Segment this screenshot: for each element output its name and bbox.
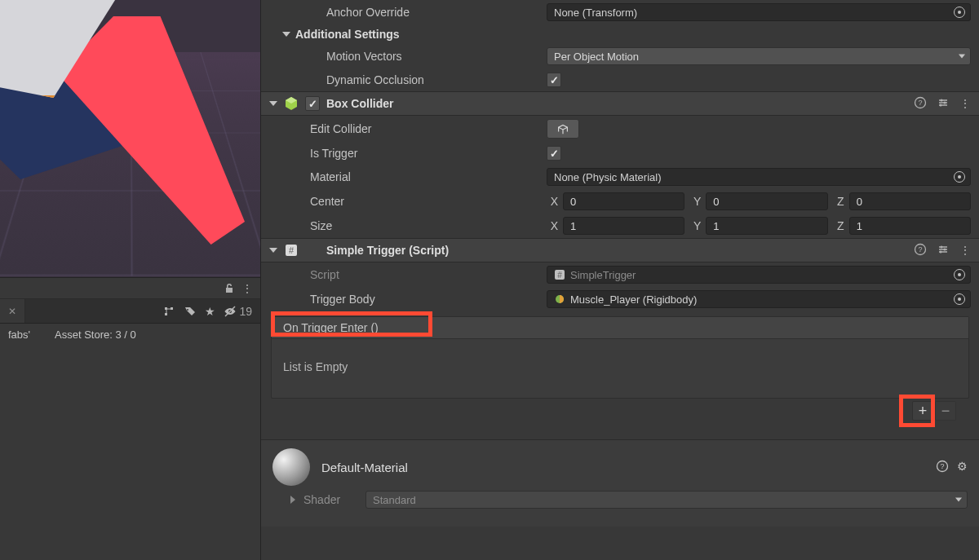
trigger-body-label: Trigger Body: [269, 293, 547, 306]
svg-text:#: #: [557, 271, 562, 280]
foldout-toggle-box-collider[interactable]: [269, 101, 277, 106]
chevron-down-icon: [955, 498, 962, 502]
filter-hierarchy-icon[interactable]: [162, 305, 175, 318]
context-menu-icon[interactable]: ⋮: [241, 282, 254, 295]
axis-z-label: Z: [833, 219, 844, 232]
script-field: # SimpleTrigger: [547, 266, 971, 284]
svg-text:?: ?: [940, 462, 944, 470]
unity-event-block: On Trigger Enter () List is Empty: [271, 316, 969, 399]
size-z-input[interactable]: [849, 217, 971, 235]
project-tab[interactable]: ✕: [0, 299, 25, 323]
svg-point-5: [944, 101, 946, 104]
size-x-input[interactable]: [563, 217, 684, 235]
gear-icon[interactable]: ⚙: [957, 460, 968, 475]
shader-label: Shader: [303, 493, 357, 506]
size-label: Size: [269, 219, 547, 232]
asset-store-status: Asset Store: 3 / 0: [55, 329, 136, 341]
axis-y-label: Y: [689, 195, 701, 208]
favorite-filter-icon[interactable]: ★: [205, 305, 215, 318]
svg-point-4: [941, 99, 943, 101]
axis-y-label: Y: [689, 219, 701, 232]
filter-label-icon[interactable]: [184, 305, 197, 318]
hidden-count[interactable]: 19: [224, 305, 252, 318]
box-collider-header[interactable]: Box Collider ? ⋮: [261, 91, 979, 116]
additional-settings-header[interactable]: Additional Settings: [295, 28, 400, 41]
dynamic-occlusion-checkbox[interactable]: [547, 73, 561, 87]
rigidbody-icon: [554, 293, 565, 305]
lock-open-icon[interactable]: [223, 282, 236, 295]
context-menu-icon[interactable]: ⋮: [959, 244, 971, 257]
is-trigger-label: Is Trigger: [269, 147, 547, 160]
script-icon: #: [284, 243, 299, 258]
foldout-toggle-material[interactable]: [290, 496, 295, 504]
center-label: Center: [269, 195, 547, 208]
scene-view[interactable]: [0, 0, 261, 277]
context-menu-icon[interactable]: ⋮: [959, 97, 971, 110]
svg-point-11: [941, 245, 943, 248]
close-tab-icon[interactable]: ✕: [8, 306, 16, 317]
anchor-override-label: Anchor Override: [269, 6, 547, 19]
material-name[interactable]: Default-Material: [321, 461, 408, 474]
box-collider-icon: [284, 96, 299, 111]
box-collider-enable-checkbox[interactable]: [305, 96, 320, 111]
object-picker-icon: [954, 269, 965, 280]
chevron-down-icon: [959, 55, 965, 59]
physic-material-label: Material: [269, 170, 547, 183]
axis-x-label: X: [547, 195, 558, 208]
object-picker-icon[interactable]: [954, 7, 965, 18]
foldout-toggle-simple-trigger[interactable]: [269, 248, 277, 253]
presets-icon[interactable]: [937, 96, 950, 112]
help-icon[interactable]: ?: [914, 96, 927, 112]
center-y-input[interactable]: [706, 192, 827, 210]
edit-collider-button[interactable]: [547, 119, 579, 139]
event-add-button[interactable]: +: [912, 401, 933, 421]
motion-vectors-dropdown[interactable]: Per Object Motion: [547, 47, 971, 65]
inspector-panel: Anchor Override None (Transform) Additio…: [261, 0, 979, 560]
shader-dropdown[interactable]: Standard: [365, 491, 968, 509]
svg-point-0: [187, 309, 188, 311]
unity-event-empty-text: List is Empty: [283, 360, 348, 373]
trigger-body-field[interactable]: Muscle_Player (Rigidbody): [547, 290, 971, 308]
svg-point-13: [940, 250, 942, 253]
size-y-input[interactable]: [706, 217, 827, 235]
svg-text:?: ?: [918, 99, 922, 107]
center-x-input[interactable]: [563, 192, 684, 210]
is-trigger-checkbox[interactable]: [547, 146, 561, 161]
unity-event-title: On Trigger Enter (): [283, 321, 379, 334]
object-picker-icon[interactable]: [954, 293, 965, 305]
breadcrumb-fragment: fabs': [8, 329, 30, 341]
anchor-override-field[interactable]: None (Transform): [547, 3, 971, 21]
physic-material-field[interactable]: None (Physic Material): [547, 168, 971, 186]
svg-point-12: [944, 248, 946, 250]
foldout-toggle-additional-settings[interactable]: [282, 32, 290, 37]
script-label: Script: [269, 268, 547, 281]
material-preview-icon: [272, 448, 310, 486]
event-remove-button[interactable]: −: [935, 401, 956, 421]
help-icon[interactable]: ?: [914, 243, 927, 258]
dynamic-occlusion-label: Dynamic Occlusion: [269, 73, 547, 86]
axis-z-label: Z: [833, 195, 844, 208]
svg-text:#: #: [289, 245, 295, 255]
axis-x-label: X: [547, 219, 558, 232]
object-picker-icon[interactable]: [954, 171, 965, 183]
script-asset-icon: #: [554, 269, 565, 280]
edit-collider-label: Edit Collider: [269, 122, 547, 135]
svg-point-6: [940, 104, 942, 106]
presets-icon[interactable]: [937, 243, 950, 258]
simple-trigger-header[interactable]: # Simple Trigger (Script) ? ⋮: [261, 238, 979, 262]
motion-vectors-label: Motion Vectors: [269, 50, 547, 63]
center-z-input[interactable]: [849, 192, 971, 210]
help-icon[interactable]: ?: [936, 460, 949, 475]
svg-text:?: ?: [918, 245, 922, 254]
